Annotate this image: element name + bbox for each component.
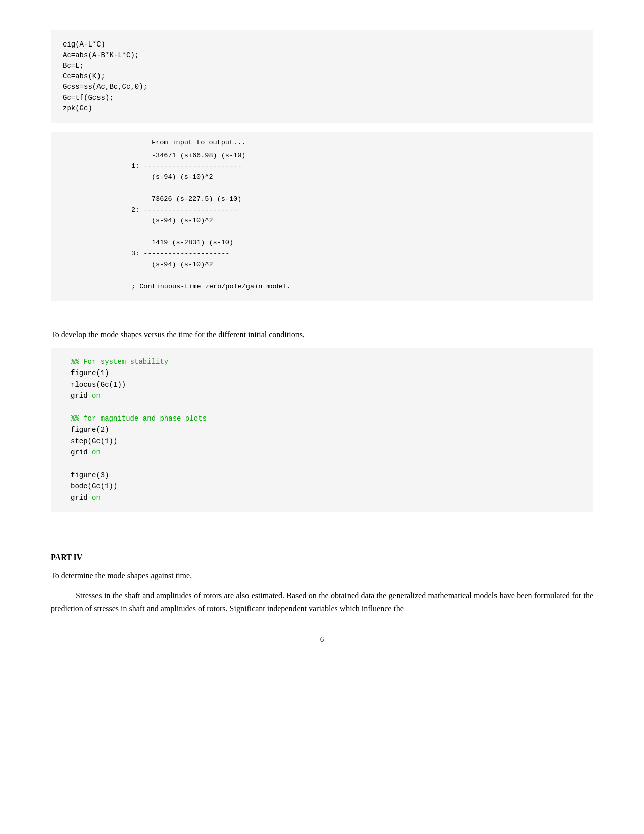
code-line-bode: bode(Gc(1)): [71, 482, 117, 490]
code-line-fig2: figure(2): [71, 426, 109, 434]
output-entry-3-den: (s-94) (s-10)^2: [51, 259, 593, 270]
code-line-fig3: figure(3): [71, 471, 109, 479]
code-on-3: on: [92, 494, 101, 502]
output-block: From input to output... -34671 (s+66.98)…: [51, 132, 593, 301]
output-entry-2-label: 2: -----------------------: [51, 205, 593, 216]
code-comment-2: %% for magnitude and phase plots: [71, 414, 207, 423]
code-line: Cc=abs(K);: [63, 72, 105, 80]
code-line-step: step(Gc(1)): [71, 437, 117, 445]
output-footer: ; Continuous-time zero/pole/gain model.: [51, 281, 593, 292]
code-on-1: on: [92, 392, 101, 400]
output-entry-2-den: (s-94) (s-10)^2: [51, 215, 593, 226]
code-line: Gc=tf(Gcss);: [63, 94, 114, 102]
paragraph-1: To develop the mode shapes versus the ti…: [51, 328, 593, 341]
output-entry-1-label: 1: ------------------------: [51, 161, 593, 172]
output-entry-3-label: 3: ---------------------: [51, 248, 593, 259]
output-entry-3-num: 1419 (s-2831) (s-10): [51, 237, 593, 248]
code-line-rlocus: rlocus(Gc(1)): [71, 381, 126, 389]
code-line-fig1: figure(1): [71, 369, 109, 377]
code-on-2: on: [92, 448, 101, 456]
code-comment-1: %% For system stability: [71, 358, 168, 366]
paragraph-3: Stresses in the shaft and amplitudes of …: [51, 589, 593, 615]
code-line: Ac=abs(A-B*K-L*C);: [63, 51, 139, 59]
output-entry-1-den: (s-94) (s-10)^2: [51, 172, 593, 183]
page-number: 6: [51, 635, 593, 644]
code-line: eig(A-L*C): [63, 40, 105, 49]
output-entry-1-num: -34671 (s+66.98) (s-10): [51, 150, 593, 161]
paragraph-2: To determine the mode shapes against tim…: [51, 569, 593, 582]
code-line-grid2: grid: [71, 448, 92, 456]
part-iv-heading: PART IV: [51, 553, 593, 562]
output-header: From input to output...: [51, 137, 593, 148]
code-line-grid1: grid: [71, 392, 92, 400]
code-line: zpk(Gc): [63, 104, 92, 112]
code-block-2: %% For system stability figure(1) rlocus…: [51, 348, 593, 512]
code-line: Gcss=ss(Ac,Bc,Cc,0);: [63, 83, 147, 91]
output-entry-2-num: 73626 (s-227.5) (s-10): [51, 194, 593, 205]
code-line: Bc=L;: [63, 62, 84, 70]
code-block-1: eig(A-L*C) Ac=abs(A-B*K-L*C); Bc=L; Cc=a…: [51, 30, 593, 123]
code-line-grid3: grid: [71, 494, 92, 502]
